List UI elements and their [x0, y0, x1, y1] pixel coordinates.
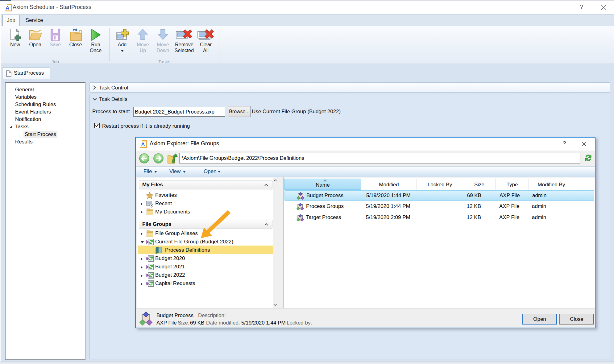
svg-text:A: A	[6, 5, 9, 11]
svg-text:A: A	[141, 141, 145, 147]
